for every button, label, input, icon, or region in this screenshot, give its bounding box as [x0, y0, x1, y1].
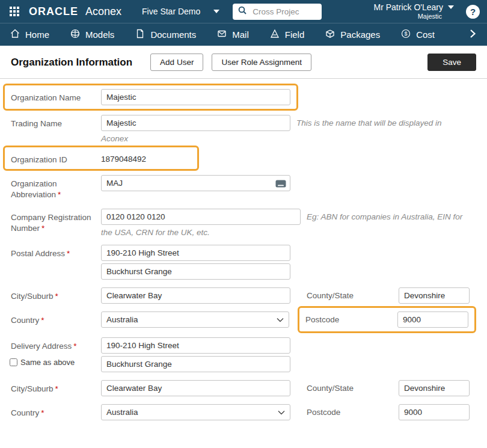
required-marker: * — [55, 292, 58, 301]
same-as-above-checkbox-row[interactable]: Same as above — [10, 357, 101, 368]
trading-name-input[interactable] — [101, 115, 290, 131]
search-box[interactable] — [233, 4, 322, 20]
required-marker: * — [41, 408, 44, 417]
postal-postcode-input[interactable] — [397, 311, 468, 328]
user-menu[interactable]: Mr Patrick O'Leary Majestic — [374, 2, 454, 20]
postal-address-label: Postal Address* — [11, 245, 101, 259]
required-marker: * — [41, 316, 44, 325]
org-name-label: Organization Name — [11, 89, 101, 103]
chevron-down-icon — [277, 315, 284, 324]
save-button[interactable]: Save — [427, 54, 476, 71]
org-abbreviation-input[interactable] — [101, 175, 290, 191]
user-name: Mr Patrick O'Leary — [374, 2, 443, 13]
postal-address-line2-input[interactable] — [101, 263, 290, 280]
delivery-city-label: City/Suburb* — [11, 380, 101, 394]
required-marker: * — [41, 224, 44, 233]
field-icon — [269, 28, 280, 41]
same-as-above-checkbox[interactable] — [10, 358, 17, 366]
chevron-down-icon — [213, 10, 219, 13]
company-registration-input[interactable] — [101, 209, 301, 225]
delivery-address-row: Delivery Address* Same as above — [11, 337, 476, 372]
delivery-country-row: Country* Australia Postcode — [11, 404, 476, 420]
chevron-right-icon — [468, 28, 477, 41]
postal-city-input[interactable] — [101, 287, 290, 304]
company-registration-hint: Eg: ABN for companies in Australia, EIN … — [307, 209, 462, 221]
org-id-label: Organization ID — [11, 151, 101, 165]
delivery-address-label: Delivery Address* — [11, 341, 101, 352]
nav-item-documents[interactable]: Documents — [135, 28, 196, 41]
nav-item-packages[interactable]: Packages — [325, 28, 380, 41]
top-bar: ORACLE Aconex Five Star Demo Mr Patrick … — [0, 0, 487, 23]
org-name-input[interactable] — [101, 89, 290, 105]
trading-name-hint-cont: Aconex — [101, 134, 442, 143]
required-marker: * — [58, 190, 61, 199]
delivery-country-selected: Australia — [106, 408, 138, 417]
organization-form: Organization Name Trading Name This is t… — [0, 79, 487, 420]
trading-name-row: Trading Name This is the name that will … — [11, 115, 476, 143]
search-icon — [237, 5, 247, 17]
nav-overflow-chevron[interactable] — [468, 28, 477, 41]
postal-country-row: Country* Australia Postcode — [11, 311, 476, 330]
user-role-assignment-button[interactable]: User Role Assignment — [212, 54, 311, 71]
home-icon — [10, 28, 20, 41]
required-marker: * — [55, 384, 58, 393]
svg-text:$: $ — [405, 31, 408, 37]
delivery-county-input[interactable] — [399, 380, 470, 396]
postal-country-select[interactable]: Australia — [101, 311, 289, 328]
postal-country-label: Country* — [11, 311, 101, 326]
nav-item-home[interactable]: Home — [10, 28, 49, 41]
postal-address-row: Postal Address* — [11, 245, 476, 280]
delivery-country-select[interactable]: Australia — [101, 404, 290, 420]
main-nav: Home Models Documents Mail F — [0, 23, 487, 46]
postal-county-input[interactable] — [399, 287, 470, 304]
project-selector[interactable]: Five Star Demo — [142, 7, 219, 16]
org-id-row: Organization ID 1879048492 — [11, 151, 476, 167]
postal-country-selected: Australia — [106, 315, 138, 324]
postal-city-label: City/Suburb* — [11, 287, 101, 302]
delivery-postcode-label: Postcode — [307, 404, 399, 417]
company-registration-label: Company Registration Number* — [11, 209, 101, 234]
page-header: Organization Information Add User User R… — [0, 46, 487, 79]
nav-item-field[interactable]: Field — [269, 28, 305, 41]
required-marker: * — [73, 342, 76, 351]
org-id-value: 1879048492 — [101, 151, 191, 164]
oracle-logo: ORACLE — [29, 5, 78, 18]
help-icon[interactable]: ? — [466, 5, 480, 19]
add-user-button[interactable]: Add User — [150, 54, 203, 71]
chevron-down-icon — [448, 5, 454, 9]
keyboard-icon[interactable] — [275, 179, 286, 190]
trading-name-label: Trading Name — [11, 115, 101, 129]
nav-item-mail[interactable]: Mail — [216, 28, 249, 41]
highlight-postcode: Postcode — [298, 306, 476, 333]
nav-item-models[interactable]: Models — [70, 28, 114, 41]
chevron-down-icon — [278, 408, 285, 417]
postal-city-row: City/Suburb* County/State — [11, 287, 476, 304]
postal-postcode-label: Postcode — [305, 311, 397, 324]
nav-item-cost[interactable]: $ Cost — [400, 28, 435, 41]
delivery-country-label: Country* — [11, 404, 101, 419]
highlight-org-name: Organization Name — [3, 84, 298, 111]
delivery-postcode-input[interactable] — [399, 404, 470, 420]
models-icon — [70, 28, 81, 41]
org-abbreviation-row: Organization Abbreviation* — [11, 175, 476, 200]
org-name-row: Organization Name — [11, 89, 476, 107]
same-as-above-label: Same as above — [20, 357, 75, 368]
delivery-city-input[interactable] — [101, 380, 290, 396]
trading-name-hint: This is the name that will be displayed … — [296, 115, 442, 127]
cost-icon: $ — [400, 28, 411, 41]
delivery-address-line1-input[interactable] — [101, 337, 290, 354]
app-grid-icon[interactable] — [10, 7, 19, 16]
page-title: Organization Information — [11, 57, 132, 69]
company-registration-hint-cont: the USA, CRN for the UK, etc. — [101, 228, 462, 237]
packages-icon — [325, 28, 335, 41]
project-selector-label: Five Star Demo — [142, 7, 200, 16]
search-input[interactable] — [251, 7, 317, 17]
delivery-address-line2-input[interactable] — [101, 356, 290, 372]
mail-icon — [216, 28, 227, 41]
delivery-county-label: County/State — [307, 380, 399, 393]
postal-address-line1-input[interactable] — [101, 245, 290, 261]
company-registration-row: Company Registration Number* Eg: ABN for… — [11, 209, 476, 237]
org-abbreviation-label: Organization Abbreviation* — [11, 175, 101, 200]
required-marker: * — [67, 249, 70, 258]
postal-county-label: County/State — [307, 287, 399, 300]
